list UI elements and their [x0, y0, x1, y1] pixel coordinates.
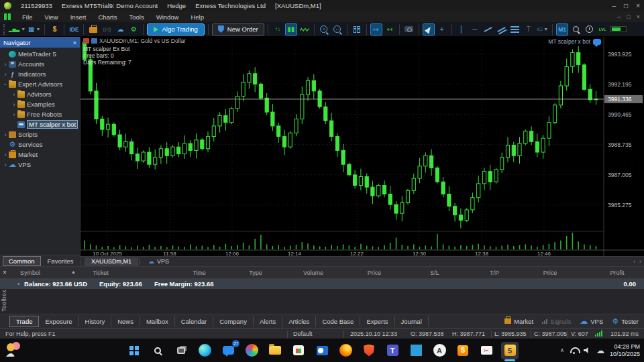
menu-help[interactable]: Help — [184, 13, 210, 21]
column-ticket[interactable]: Ticket — [93, 269, 109, 276]
tree-item-vps[interactable]: ›☁VPS — [0, 160, 80, 170]
tab-scroll-arrows[interactable]: ‹› — [633, 258, 641, 265]
chart-type-button[interactable]: ▂▅▃▼ — [8, 23, 26, 36]
horizontal-line-tool[interactable]: ─ — [469, 23, 481, 36]
tree-item-advisors[interactable]: ›Advisors — [0, 89, 80, 99]
taskbar-app-icon[interactable] — [431, 342, 448, 359]
taskbar-vscode-icon[interactable] — [407, 342, 425, 359]
menu-file[interactable]: File — [16, 13, 38, 21]
toolbox-tab-company[interactable]: Company — [213, 316, 254, 326]
zoom-out-button[interactable]: − — [331, 23, 343, 36]
panel-tab-market[interactable]: Market — [504, 318, 533, 325]
toolbox-tab-history[interactable]: History — [79, 316, 112, 326]
toolbox-tab-mailbox[interactable]: Mailbox — [140, 316, 175, 326]
ide-button[interactable]: IDE — [68, 23, 80, 36]
column-type[interactable]: Type — [249, 269, 262, 276]
taskbar-search-icon[interactable] — [149, 342, 166, 359]
clock-button[interactable] — [583, 23, 595, 36]
timeframe-button[interactable]: M1 — [556, 23, 568, 36]
chevron-icon[interactable]: › — [11, 101, 17, 108]
column-price[interactable]: Price — [543, 269, 557, 276]
trendline-tool[interactable] — [482, 23, 494, 36]
tree-item-metatrader-5[interactable]: MetaTrader 5 — [0, 49, 80, 59]
toolbox-tab-news[interactable]: News — [111, 316, 140, 326]
column-profit[interactable]: Profit — [610, 269, 624, 276]
new-order-button[interactable]: New Order — [212, 23, 264, 36]
tree-item-expert-advisors[interactable]: ›Expert Advisors — [0, 79, 80, 89]
taskbar-teams-icon[interactable] — [384, 342, 401, 359]
crosshair-tool-button[interactable]: + — [436, 23, 448, 36]
menu-insert[interactable]: Insert — [64, 13, 93, 21]
line-chart-button[interactable] — [299, 23, 311, 36]
taskbar-metatrader5-icon[interactable] — [501, 342, 519, 359]
scroll-left-icon[interactable]: ‹ — [633, 258, 635, 265]
tick-chart-button[interactable]: ↑↓ — [272, 23, 284, 36]
taskbar-photos-icon[interactable] — [243, 342, 260, 359]
tree-item-scripts[interactable]: ›Scripts — [0, 129, 80, 139]
fibonacci-tool[interactable] — [509, 23, 521, 36]
chart-shift-button[interactable]: ↤ — [384, 23, 396, 36]
deposit-button[interactable]: $ — [48, 23, 60, 36]
chevron-icon[interactable]: › — [2, 71, 9, 78]
add-robot-button[interactable]: ⚙ — [127, 23, 140, 36]
column-price[interactable]: Price — [368, 269, 382, 276]
balance-row[interactable]: • Balance: 923.66 USD Equity: 923.66 Fre… — [0, 279, 644, 289]
search-button[interactable] — [570, 23, 582, 36]
chart-tab-xauusdm-m1[interactable]: XAUUSDm,M1 — [85, 257, 138, 266]
market-button[interactable] — [87, 23, 99, 36]
chevron-icon[interactable]: › — [2, 61, 9, 68]
taskbar-office-icon[interactable] — [454, 342, 472, 359]
tree-item-examples[interactable]: ›Examples — [0, 99, 80, 109]
toolbox-tab-journal[interactable]: Journal — [395, 316, 429, 326]
panel-tab-signals[interactable]: Signals — [542, 318, 571, 325]
chart-minimize-button[interactable]: – — [617, 13, 621, 20]
panel-tab-vps[interactable]: ☁VPS — [580, 316, 603, 326]
tree-item-indicators[interactable]: ›ƒIndicators — [0, 69, 80, 79]
close-button[interactable]: × — [636, 2, 640, 9]
menu-view[interactable]: View — [38, 13, 64, 21]
sort-ascending-icon[interactable]: ▲ — [71, 269, 76, 274]
tab-common[interactable]: Common — [3, 256, 41, 266]
chevron-icon[interactable]: › — [11, 111, 17, 118]
column-time[interactable]: Time — [193, 269, 206, 276]
minimize-button[interactable]: – — [612, 2, 616, 9]
toolbox-side-label[interactable]: Toolbox — [1, 290, 7, 312]
column-symbol[interactable]: Symbol — [20, 269, 40, 276]
chevron-icon[interactable]: › — [11, 91, 17, 98]
bar-chart-button[interactable]: ▮▮ — [285, 23, 297, 36]
onedrive-icon[interactable]: ☁ — [596, 346, 604, 355]
algo-trading-button[interactable]: Algo Trading — [147, 23, 204, 36]
chart-tab-vps[interactable]: ☁VPS — [142, 257, 176, 266]
toolbox-tab-code-base[interactable]: Code Base — [316, 316, 360, 326]
taskbar-clock[interactable]: 04:28 PM 10/10/2025 — [610, 343, 640, 358]
menu-window[interactable]: Window — [150, 13, 185, 21]
toolbox-tab-articles[interactable]: Articles — [282, 316, 316, 326]
tree-item-mt-scalper-x-bot[interactable]: MT scalper x bot — [0, 119, 80, 129]
menu-tools[interactable]: Tools — [123, 13, 150, 21]
taskbar-start-icon[interactable] — [125, 342, 143, 359]
toolbox-tab-exposure[interactable]: Exposure — [39, 316, 78, 326]
toolbox-tab-alerts[interactable]: Alerts — [254, 316, 282, 326]
taskbar-snipping-icon[interactable] — [478, 342, 495, 359]
toolbox-tab-calendar[interactable]: Calendar — [175, 316, 214, 326]
chart-profile-button[interactable]: ▦▼ — [28, 23, 41, 36]
profile-name[interactable]: Default — [293, 330, 313, 337]
candlestick-chart[interactable]: 3993.9253992.1953990.4653988.7353987.005… — [80, 37, 644, 256]
ea-active-icon[interactable] — [593, 39, 601, 45]
column-volume[interactable]: Volume — [303, 269, 323, 276]
toolbox-close-icon[interactable]: × — [3, 269, 7, 276]
vps-cloud-button[interactable]: ☁ — [114, 23, 126, 36]
shapes-tool[interactable]: ○□▼ — [536, 23, 549, 36]
toolbox-tab-experts[interactable]: Experts — [360, 316, 394, 326]
chevron-icon[interactable]: › — [2, 162, 9, 168]
column-t-p[interactable]: T/P — [490, 269, 499, 276]
taskbar-edge-icon[interactable] — [196, 342, 213, 359]
tree-item-market[interactable]: ›Market — [0, 149, 80, 160]
maximize-button[interactable]: □ — [624, 2, 628, 9]
tree-item-services[interactable]: ⚙Services — [0, 139, 80, 149]
taskbar-brave-icon[interactable] — [360, 342, 378, 359]
weather-widget[interactable]: ☁ — [5, 342, 25, 359]
volume-icon[interactable] — [584, 347, 591, 354]
column-s-l[interactable]: S/L — [430, 269, 439, 276]
taskbar-firefox-icon[interactable] — [337, 342, 354, 359]
